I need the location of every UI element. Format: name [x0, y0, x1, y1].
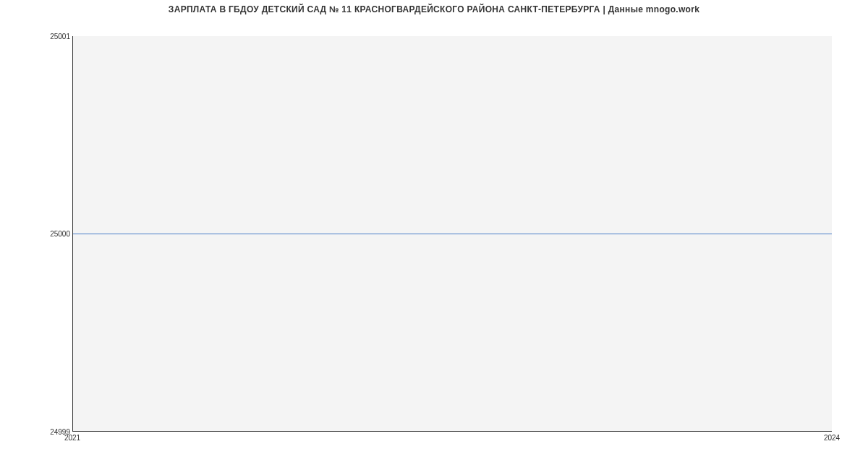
chart-title: ЗАРПЛАТА В ГБДОУ ДЕТСКИЙ САД № 11 КРАСНО…: [0, 4, 868, 14]
y-tick-label: 25000: [50, 230, 70, 238]
x-tick-label: 2021: [64, 434, 80, 442]
chart-container: ЗАРПЛАТА В ГБДОУ ДЕТСКИЙ САД № 11 КРАСНО…: [0, 0, 868, 470]
y-tick-label: 25001: [50, 33, 70, 40]
plot-area: [72, 36, 832, 432]
x-tick-label: 2024: [824, 434, 840, 442]
data-line: [73, 234, 832, 234]
